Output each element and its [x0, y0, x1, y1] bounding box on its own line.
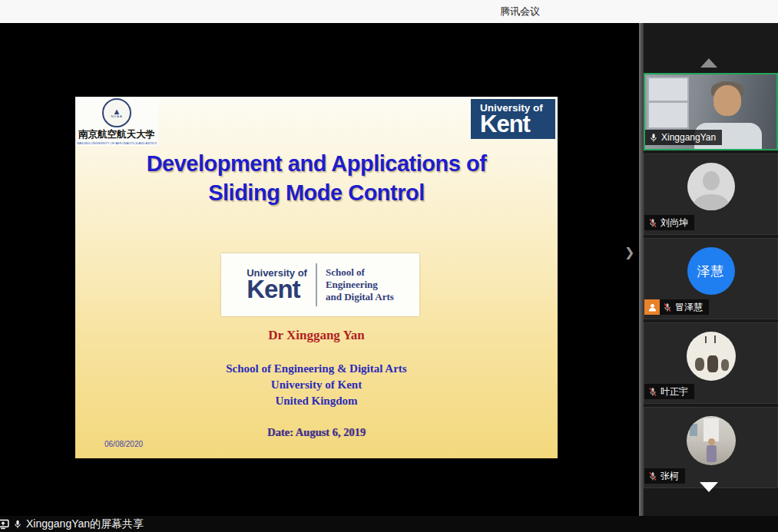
sidebar-collapse-chevron-icon[interactable]: ❯ — [624, 245, 634, 259]
initials-avatar: 泽慧 — [687, 247, 735, 295]
app-title: 腾讯会议 — [500, 5, 540, 18]
scroll-down-arrow-icon[interactable] — [700, 482, 718, 492]
avatar — [687, 163, 735, 210]
mic-muted-icon — [663, 302, 672, 312]
nuaa-name-en: NANJING UNIVERSITY OF AERONAUTICS AND AS… — [77, 141, 157, 145]
slide-title-line2: Sliding Mode Control — [75, 178, 558, 207]
participant-label: XinggangYan — [645, 130, 722, 145]
participant-name: 叶正宇 — [660, 385, 688, 398]
affiliation-line3: United Kingdom — [75, 393, 558, 409]
screen-share-icon — [0, 519, 9, 530]
video-window-shape — [647, 77, 689, 129]
window-titlebar: 腾讯会议 — [0, 0, 778, 23]
share-statusbar: XinggangYan的屏幕共享 — [0, 516, 778, 532]
slide-title-line1: Development and Applications of — [75, 149, 558, 178]
nuaa-name-cn: 南京航空航天大学 — [78, 128, 155, 141]
logo-divider — [316, 263, 317, 306]
participant-tile[interactable]: XinggangYan — [644, 73, 778, 150]
participant-tile[interactable]: 刘尚坤 — [644, 154, 778, 235]
participant-tile[interactable]: 叶正宇 — [644, 322, 778, 404]
member-badge-icon — [644, 299, 660, 315]
mic-muted-icon — [648, 471, 657, 481]
participant-label: 叶正宇 — [644, 384, 694, 399]
avatar: 泽慧 — [687, 247, 735, 295]
participant-label: 刘尚坤 — [644, 215, 694, 230]
affiliation-line2: University of Kent — [75, 377, 558, 393]
video-person-head — [713, 85, 741, 116]
kent-logo: University of Kent — [471, 99, 555, 139]
meeting-window: 腾讯会议 ▲ NUAA 南京航空航天大学 NANJING UNIVERSITY … — [0, 0, 778, 532]
participants-sidebar: XinggangYan 刘尚坤 — [639, 23, 778, 532]
slide-title: Development and Applications of Sliding … — [75, 149, 558, 207]
participant-tile[interactable]: 张柯 — [644, 407, 778, 488]
participant-name: 刘尚坤 — [660, 216, 688, 230]
photo-avatar — [687, 332, 736, 381]
mic-muted-icon — [648, 218, 657, 228]
mic-on-icon — [13, 519, 22, 530]
avatar — [687, 416, 736, 465]
silhouette-avatar-icon — [687, 163, 735, 210]
photo-avatar — [687, 416, 736, 465]
mic-muted-icon — [648, 387, 657, 397]
participant-name: 张柯 — [660, 470, 679, 483]
kent-logo-line2: Kent — [480, 112, 555, 136]
participant-label: 冒泽慧 — [644, 299, 709, 315]
video-window-bar — [647, 101, 689, 103]
nuaa-logo: ▲ NUAA 南京航空航天大学 NANJING UNIVERSITY OF AE… — [75, 97, 158, 146]
presenter-name: Dr Xinggang Yan — [75, 328, 558, 343]
affiliation-block: School of Engineering & Digital Arts Uni… — [75, 361, 558, 409]
participant-name: 冒泽慧 — [675, 301, 703, 314]
scroll-up-arrow-icon[interactable] — [700, 58, 717, 68]
participant-tile[interactable]: 泽慧 冒泽慧 — [644, 238, 778, 319]
center-logo-school-line2: Engineering — [326, 279, 394, 291]
share-status-text: XinggangYan的屏幕共享 — [26, 517, 144, 531]
avatar — [687, 332, 736, 381]
participant-name: XinggangYan — [661, 132, 716, 143]
slide-corner-date: 06/08/2020 — [104, 440, 143, 448]
center-logo-uni-line2: Kent — [247, 276, 307, 302]
presentation-slide: ▲ NUAA 南京航空航天大学 NANJING UNIVERSITY OF AE… — [75, 97, 558, 458]
slide-date: Date: August 6, 2019 — [75, 426, 558, 439]
kent-school-logo: University of Kent School of Engineering… — [221, 253, 419, 316]
center-logo-school-line3: and Digital Arts — [326, 291, 394, 303]
mic-on-icon — [649, 133, 658, 143]
screen-share-stage: ▲ NUAA 南京航空航天大学 NANJING UNIVERSITY OF AE… — [0, 23, 639, 532]
center-logo-school-line1: School of — [326, 266, 394, 279]
affiliation-line1: School of Engineering & Digital Arts — [75, 361, 558, 377]
kent-school-logo-university: University of Kent — [247, 268, 307, 302]
participant-label: 张柯 — [644, 468, 685, 484]
nuaa-emblem-label: NUAA — [111, 115, 122, 118]
nuaa-emblem-icon: ▲ NUAA — [102, 98, 131, 127]
kent-school-logo-school: School of Engineering and Digital Arts — [326, 266, 394, 303]
